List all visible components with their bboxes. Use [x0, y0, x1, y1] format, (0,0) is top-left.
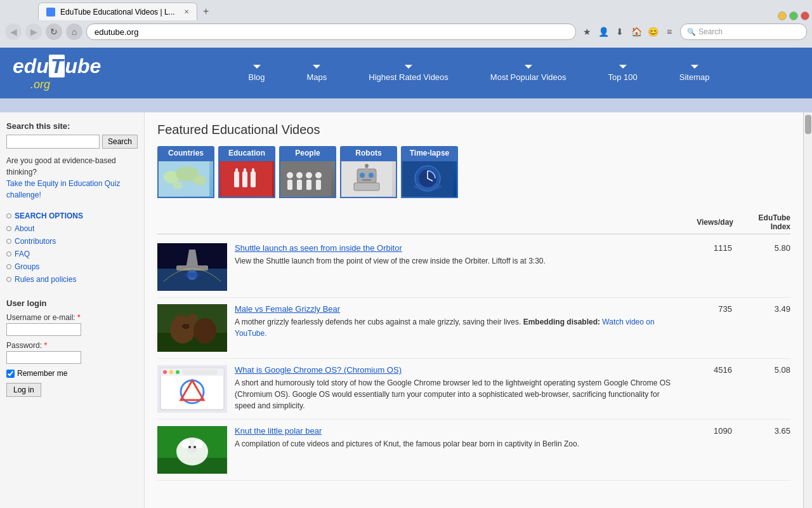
category-people[interactable]: People: [279, 146, 336, 198]
video-thumb-chrome: [157, 365, 227, 413]
nav-blog[interactable]: Blog: [237, 69, 276, 86]
svg-rect-14: [287, 180, 292, 190]
svg-point-61: [188, 446, 191, 448]
svg-point-24: [369, 173, 374, 178]
address-input[interactable]: edutube.org: [86, 23, 576, 40]
nav-most-popular[interactable]: Most Popular Videos: [479, 69, 578, 86]
menu-bullet-faq: [6, 251, 11, 257]
home-icon2[interactable]: 🏠: [629, 25, 643, 39]
video-index-bear: 3.49: [740, 304, 790, 314]
bookmark-icon[interactable]: ★: [580, 25, 594, 39]
cat-thumb-countries[interactable]: [157, 160, 214, 198]
sidebar-item-rules[interactable]: Rules and policies: [6, 273, 138, 286]
video-title-shuttle[interactable]: Shuttle launch as seen from inside the O…: [235, 243, 674, 253]
video-row-shuttle: Shuttle launch as seen from inside the O…: [157, 237, 790, 298]
tab-close-button[interactable]: ✕: [184, 8, 189, 15]
password-input[interactable]: [6, 351, 81, 364]
promo-link[interactable]: Take the Equity in Education Quiz challe…: [6, 179, 120, 199]
video-title-chrome[interactable]: What is Google Chrome OS? (Chromium OS): [235, 365, 674, 375]
col-views-header: Views/day: [676, 218, 733, 227]
login-button[interactable]: Log in: [6, 383, 41, 397]
browser-tab[interactable]: EduTube Educational Videos | L... ✕: [38, 3, 197, 20]
video-desc-polar: A compilation of cute videos and picture…: [235, 438, 674, 450]
menu-bullet: [6, 213, 11, 218]
username-input[interactable]: [6, 323, 81, 336]
category-timelapse[interactable]: Time-lapse: [401, 146, 458, 198]
video-title-polar[interactable]: Knut the little polar bear: [235, 426, 674, 436]
password-label: Password: *: [6, 341, 138, 350]
video-info-polar: Knut the little polar bear A compilation…: [235, 426, 674, 450]
featured-title: Featured Educational Videos: [157, 123, 790, 137]
browser-chrome: EduTube Educational Videos | L... ✕ + ◀ …: [0, 0, 812, 48]
site-header: eduTube .org Blog Maps Hig: [0, 48, 812, 98]
about-link[interactable]: About: [15, 224, 34, 233]
nav-maps[interactable]: Maps: [296, 69, 339, 86]
remember-checkbox[interactable]: [6, 370, 15, 378]
login-form: Username or e-mail: * Password: * Rememb…: [6, 313, 138, 397]
svg-point-3: [193, 175, 206, 185]
maximize-button[interactable]: [789, 11, 798, 20]
home-button[interactable]: ⌂: [66, 23, 82, 40]
sidebar-item-search-options[interactable]: SEARCH OPTIONS: [6, 210, 138, 222]
sidebar-item-contributors[interactable]: Contributors: [6, 235, 138, 248]
scrollbar[interactable]: [803, 112, 812, 508]
polar-thumb-image: [157, 426, 227, 474]
nav-sitemap[interactable]: Sitemap: [668, 69, 721, 86]
browser-search-box[interactable]: 🔍 Search: [680, 23, 807, 40]
svg-point-51: [176, 370, 180, 374]
site-wrapper: eduTube .org Blog Maps Hig: [0, 48, 812, 508]
bear-desc-embed: Embedding disabled:: [523, 318, 600, 326]
tab-bar: EduTube Educational Videos | L... ✕ +: [0, 0, 812, 20]
cat-thumb-people[interactable]: [279, 160, 336, 198]
user-icon[interactable]: 👤: [596, 25, 610, 39]
back-button[interactable]: ◀: [5, 23, 22, 40]
cat-tab-people[interactable]: People: [279, 146, 336, 160]
scroll-thumb[interactable]: [805, 115, 811, 134]
groups-link[interactable]: Groups: [15, 262, 39, 271]
chrome-thumb-image: [157, 365, 227, 413]
reload-button[interactable]: ↻: [46, 23, 62, 40]
cat-tab-timelapse[interactable]: Time-lapse: [401, 146, 458, 160]
forward-button[interactable]: ▶: [25, 23, 42, 40]
svg-point-62: [193, 446, 196, 448]
svg-point-60: [187, 447, 197, 453]
sidebar-search-input[interactable]: [6, 135, 100, 149]
logo[interactable]: eduTube: [13, 55, 133, 78]
sidebar-item-groups[interactable]: Groups: [6, 260, 138, 273]
col-index-label: EduTube Index: [733, 213, 790, 231]
nav-highest-rated[interactable]: Highest Rated Videos: [357, 69, 460, 86]
contributors-link[interactable]: Contributors: [15, 237, 56, 246]
sidebar-search-button[interactable]: Search: [102, 135, 138, 149]
timelapse-icon: [402, 161, 453, 196]
cat-thumb-education[interactable]: [218, 160, 275, 198]
category-education[interactable]: Education: [218, 146, 275, 198]
close-button[interactable]: [801, 11, 809, 20]
video-views-chrome: 4516: [681, 365, 732, 375]
category-robots[interactable]: Robots: [340, 146, 397, 198]
svg-rect-20: [316, 180, 321, 190]
video-desc-chrome: A short and humorously told story of how…: [235, 377, 674, 411]
profile-icon[interactable]: 😊: [646, 25, 660, 39]
rules-link[interactable]: Rules and policies: [15, 275, 76, 284]
cat-thumb-timelapse[interactable]: [401, 160, 458, 198]
sidebar-item-faq[interactable]: FAQ: [6, 248, 138, 260]
svg-point-45: [182, 324, 190, 329]
cat-tab-education[interactable]: Education: [218, 146, 275, 160]
minimize-button[interactable]: [778, 11, 787, 20]
cat-tab-robots[interactable]: Robots: [340, 146, 397, 160]
category-countries[interactable]: Countries: [157, 146, 214, 198]
video-title-bear[interactable]: Male vs Female Grizzly Bear: [235, 304, 674, 314]
nav-top100[interactable]: Top 100: [597, 69, 649, 86]
menu-icon[interactable]: ≡: [662, 25, 676, 39]
svg-rect-8: [242, 171, 247, 187]
browser-search-placeholder: Search: [698, 27, 723, 36]
logo-tube: T: [49, 55, 65, 77]
search-options-link[interactable]: SEARCH OPTIONS: [15, 211, 83, 220]
cat-thumb-robots[interactable]: [340, 160, 397, 198]
faq-link[interactable]: FAQ: [15, 250, 30, 258]
video-info-chrome: What is Google Chrome OS? (Chromium OS) …: [235, 365, 674, 411]
new-tab-button[interactable]: +: [197, 3, 215, 20]
download-icon[interactable]: ⬇: [613, 25, 627, 39]
cat-tab-countries[interactable]: Countries: [157, 146, 214, 160]
sidebar-item-about[interactable]: About: [6, 222, 138, 235]
